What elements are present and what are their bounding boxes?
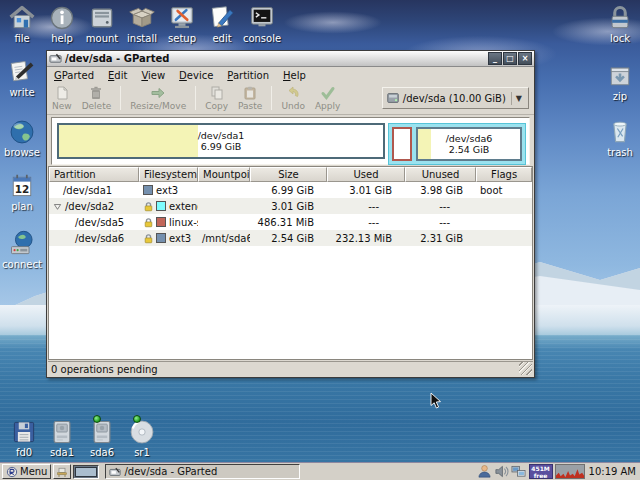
used-cell: 232.13 MiB <box>327 230 405 246</box>
device-selector[interactable]: /dev/sda (10.00 GiB) ▼ <box>382 87 529 109</box>
unused-cell: --- <box>405 214 476 230</box>
desktop-icon-connect[interactable]: connect <box>0 230 44 270</box>
partition-box-size: 2.54 GiB <box>449 144 490 155</box>
toolbar-resize-move-button[interactable]: Resize/Move <box>125 84 191 112</box>
partition-box-sda6[interactable]: /dev/sda6 2.54 GiB <box>416 127 522 161</box>
desktop-icon-install[interactable]: install <box>120 4 164 44</box>
menu-button[interactable]: Menu <box>2 464 51 479</box>
toolbar-new-button[interactable]: New <box>47 84 77 112</box>
floppy-icon <box>10 418 38 446</box>
network-icon[interactable] <box>511 464 526 479</box>
cpu-monitor-graph[interactable] <box>555 464 585 479</box>
desktop-icon-trash[interactable]: trash <box>598 118 640 158</box>
filesystem-color-swatch <box>156 233 166 243</box>
toolbar-separator <box>195 86 196 110</box>
menu-view[interactable]: View <box>134 69 172 82</box>
table-row-sda6[interactable]: /dev/sda6ext3/mnt/sda62.54 GiB232.13 MiB… <box>49 230 532 246</box>
write-pen-icon <box>8 58 36 86</box>
column-header-unused[interactable]: Unused <box>405 167 476 182</box>
show-desktop-button[interactable] <box>53 464 71 479</box>
toolbar-button-label: Apply <box>315 101 340 111</box>
desktop-icon-label: lock <box>598 33 640 44</box>
chevron-down-icon: ▼ <box>511 92 526 105</box>
user-tray-icon[interactable] <box>477 464 492 479</box>
used-cell: --- <box>327 198 405 214</box>
toolbar-delete-button[interactable]: Delete <box>77 84 117 112</box>
partition-box-name: /dev/sda1 <box>198 130 245 141</box>
desktop-icon-mount[interactable]: mount <box>80 4 124 44</box>
tools-monitor-icon <box>167 4 197 32</box>
package-box-icon <box>127 4 157 32</box>
window-titlebar[interactable]: /dev/sda - GParted _ □ × <box>47 51 534 67</box>
mounted-led <box>133 415 141 423</box>
extended-partition-frame[interactable]: /dev/sda6 2.54 GiB <box>388 123 526 165</box>
desktop-icon-label: browse <box>0 147 44 158</box>
menu-device[interactable]: Device <box>172 69 220 82</box>
connect-globe-icon <box>7 230 37 258</box>
workspace-switcher[interactable] <box>73 465 99 479</box>
taskbar-task-gparted[interactable]: /dev/sda - GParted <box>105 464 300 479</box>
desktop-icon-browse[interactable]: browse <box>0 118 44 158</box>
resize-grip[interactable] <box>519 362 532 375</box>
desktop-icon-sda6[interactable]: sda6 <box>80 418 124 458</box>
gparted-icon <box>109 466 121 478</box>
taskbar: Menu /dev/sda - GParted 451M free 10:19 … <box>0 462 640 480</box>
desktop-icon-write[interactable]: write <box>0 58 44 98</box>
desktop-icon-file[interactable]: file <box>0 4 44 44</box>
column-header-mountpoint[interactable]: Mountpoint <box>198 167 250 182</box>
maximize-button[interactable]: □ <box>503 52 517 65</box>
minimize-button[interactable]: _ <box>488 52 502 65</box>
desktop-icon-sda1[interactable]: sda1 <box>40 418 84 458</box>
desktop-icon-label: setup <box>160 33 204 44</box>
tools-monitor-icon <box>168 4 196 32</box>
undo-icon <box>285 85 301 101</box>
desktop-icon-help[interactable]: help <box>40 4 84 44</box>
table-row-sda5[interactable]: /dev/sda5linux-swap486.31 MiB------ <box>49 214 532 230</box>
column-header-used[interactable]: Used <box>327 167 405 182</box>
column-header-partition[interactable]: Partition <box>49 167 139 182</box>
volume-icon[interactable] <box>494 464 509 479</box>
desktop-icon-edit[interactable]: edit <box>200 4 244 44</box>
expander-icon[interactable] <box>53 202 62 211</box>
lock-icon <box>143 217 154 228</box>
menu-help[interactable]: Help <box>276 69 313 82</box>
toolbar-apply-button[interactable]: Apply <box>310 84 345 112</box>
menu-edit[interactable]: Edit <box>101 69 134 82</box>
partition-box-sda1[interactable]: /dev/sda1 6.99 GiB <box>57 123 385 159</box>
desktop-icon-sr1[interactable]: sr1 <box>120 418 164 458</box>
toolbar-undo-button[interactable]: Undo <box>276 84 310 112</box>
terminal-icon <box>247 4 277 32</box>
toolbar-copy-button[interactable]: Copy <box>200 84 233 112</box>
desktop-icon-console[interactable]: console <box>240 4 284 44</box>
desktop-icon-setup[interactable]: setup <box>160 4 204 44</box>
menu-partition[interactable]: Partition <box>220 69 276 82</box>
desktop-icon-label: sda6 <box>80 447 124 458</box>
desktop-icon-label: edit <box>200 33 244 44</box>
partition-box-sda5-swap[interactable] <box>392 127 412 161</box>
write-pen-icon <box>7 58 37 86</box>
desktop-icon-lock[interactable]: lock <box>598 4 640 44</box>
menu-gparted[interactable]: GParted <box>47 69 101 82</box>
column-header-size[interactable]: Size <box>250 167 327 182</box>
filesystem-cell: linux-swap <box>139 214 198 230</box>
memory-free-unit: free <box>530 472 552 479</box>
desktop-icon-label: mount <box>80 33 124 44</box>
terminal-icon <box>248 4 276 32</box>
harddisk-icon <box>48 418 76 446</box>
toolbar-paste-button[interactable]: Paste <box>233 84 267 112</box>
partition-cell: /dev/sda6 <box>49 230 139 246</box>
desktop-icon-plan[interactable]: plan <box>0 172 44 212</box>
column-header-filesystem[interactable]: Filesystem <box>139 167 198 182</box>
table-row-sda2[interactable]: /dev/sda2extended3.01 GiB------ <box>49 198 532 214</box>
memory-free-badge[interactable]: 451M free <box>529 464 553 479</box>
taskbar-clock[interactable]: 10:19 AM <box>589 466 636 477</box>
task-button-label: /dev/sda - GParted <box>124 466 217 477</box>
active-workspace[interactable] <box>75 467 97 477</box>
column-header-flags[interactable]: Flags <box>476 167 532 182</box>
gparted-window: /dev/sda - GParted _ □ × GPartedEditView… <box>46 50 535 378</box>
table-row-sda1[interactable]: /dev/sda1ext36.99 GiB3.01 GiB3.98 GiBboo… <box>49 182 532 198</box>
show-desktop-icon <box>56 466 68 478</box>
partition-box-size: 6.99 GiB <box>201 141 242 152</box>
close-button[interactable]: × <box>518 52 532 65</box>
desktop-icon-zip[interactable]: zip <box>598 62 640 102</box>
